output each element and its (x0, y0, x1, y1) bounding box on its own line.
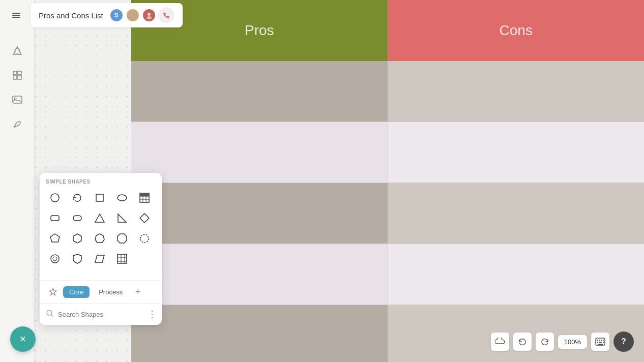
svg-rect-2 (12, 17, 20, 18)
svg-point-13 (51, 194, 59, 202)
search-icon (46, 309, 54, 319)
svg-marker-29 (95, 234, 104, 243)
shape-circle[interactable] (46, 189, 64, 207)
keyboard-shortcuts-button[interactable] (591, 333, 609, 351)
shape-arrow-circle[interactable] (68, 189, 86, 207)
svg-rect-48 (597, 342, 598, 343)
cell-pros-5[interactable] (131, 305, 388, 362)
cloud-save-button[interactable] (491, 333, 509, 351)
cell-cons-4[interactable] (388, 244, 645, 305)
svg-rect-0 (12, 13, 20, 14)
svg-marker-25 (118, 214, 126, 222)
svg-point-32 (51, 255, 59, 263)
cell-cons-1[interactable] (388, 61, 645, 122)
table-row (131, 122, 644, 183)
shape-diamond[interactable] (135, 209, 154, 227)
svg-rect-45 (599, 340, 600, 341)
search-more-button[interactable]: ⋮ (148, 309, 157, 320)
shapes-panel-inner: SIMPLE SHAPES (40, 173, 162, 280)
shape-octagon[interactable] (113, 229, 131, 248)
shape-table[interactable] (135, 189, 154, 207)
menu-button[interactable] (6, 5, 26, 25)
svg-rect-51 (598, 344, 603, 345)
svg-rect-47 (603, 340, 604, 341)
avatar-group: S (109, 7, 174, 23)
svg-rect-14 (96, 194, 103, 201)
svg-rect-46 (601, 340, 602, 341)
shape-hexagon[interactable] (68, 229, 86, 248)
svg-marker-24 (95, 214, 104, 222)
call-button[interactable] (158, 7, 174, 23)
shapes-grid (46, 189, 156, 268)
cell-pros-1[interactable] (131, 61, 388, 122)
sidebar-grid-icon[interactable] (7, 65, 27, 85)
header-left: Pros and Cons List S (6, 3, 183, 27)
panel-tabs: Core Process + (40, 280, 162, 304)
help-button[interactable]: ? (613, 331, 634, 352)
avatar-1 (126, 8, 140, 22)
svg-marker-27 (50, 234, 60, 242)
tab-process[interactable]: Process (93, 286, 129, 298)
svg-marker-40 (49, 288, 56, 295)
svg-point-33 (53, 257, 57, 261)
pros-cons-table: Pros Cons (131, 0, 644, 362)
svg-point-31 (140, 234, 149, 243)
svg-point-15 (118, 195, 127, 201)
svg-rect-35 (118, 254, 127, 263)
avatar-2 (142, 8, 156, 22)
shape-right-triangle[interactable] (113, 209, 131, 227)
redo-button[interactable] (536, 333, 554, 351)
cell-pros-2[interactable] (131, 122, 388, 183)
avatar-s: S (109, 8, 124, 22)
svg-rect-7 (13, 71, 17, 75)
shape-ellipse[interactable] (113, 189, 131, 207)
svg-rect-22 (51, 216, 59, 221)
shapes-star-icon[interactable] (46, 285, 60, 299)
svg-rect-1 (12, 15, 20, 16)
undo-button[interactable] (513, 333, 532, 351)
left-sidebar (0, 0, 35, 362)
shape-shield[interactable] (68, 250, 86, 268)
shape-pentagon[interactable] (46, 229, 64, 248)
table-rows (131, 61, 644, 362)
tab-core[interactable]: Core (63, 286, 90, 298)
shape-rounded-rect-2[interactable] (68, 209, 86, 227)
cell-pros-4[interactable] (131, 244, 388, 305)
svg-rect-23 (73, 216, 81, 221)
table-row (131, 244, 644, 305)
shape-triangle[interactable] (91, 209, 109, 227)
cell-cons-2[interactable] (388, 122, 645, 183)
cell-pros-3[interactable] (131, 183, 388, 244)
shape-grid-2[interactable] (113, 250, 131, 268)
cell-cons-3[interactable] (388, 183, 645, 244)
search-shapes-input[interactable] (58, 311, 143, 318)
search-bar: ⋮ (40, 304, 162, 325)
header: Pros and Cons List S (0, 0, 644, 31)
svg-rect-8 (18, 71, 21, 75)
svg-marker-30 (118, 234, 127, 243)
sidebar-shapes-icon[interactable] (7, 41, 27, 61)
bottom-controls: 100% ? (491, 331, 634, 352)
svg-line-42 (51, 315, 53, 317)
shapes-panel: SIMPLE SHAPES (40, 173, 162, 325)
sidebar-draw-icon[interactable] (7, 114, 27, 134)
shape-square[interactable] (91, 189, 109, 207)
fab-close-button[interactable]: × (10, 326, 36, 352)
zoom-level[interactable]: 100% (558, 335, 587, 349)
sidebar-image-icon[interactable] (7, 89, 27, 110)
shape-heptagon[interactable] (91, 229, 109, 248)
document-title: Pros and Cons List (39, 11, 103, 20)
table-row (131, 61, 644, 122)
shape-parallelogram[interactable] (91, 250, 109, 268)
svg-point-4 (147, 16, 152, 19)
tab-add-button[interactable]: + (132, 286, 144, 298)
svg-rect-10 (18, 76, 21, 79)
svg-marker-34 (95, 255, 104, 262)
svg-marker-28 (73, 234, 81, 243)
shape-rounded-rect[interactable] (46, 209, 64, 227)
table-row (131, 183, 644, 244)
shape-circle-outline[interactable] (135, 229, 154, 248)
shape-circle-2[interactable] (46, 250, 64, 268)
svg-rect-11 (13, 96, 22, 103)
svg-rect-9 (13, 76, 17, 79)
